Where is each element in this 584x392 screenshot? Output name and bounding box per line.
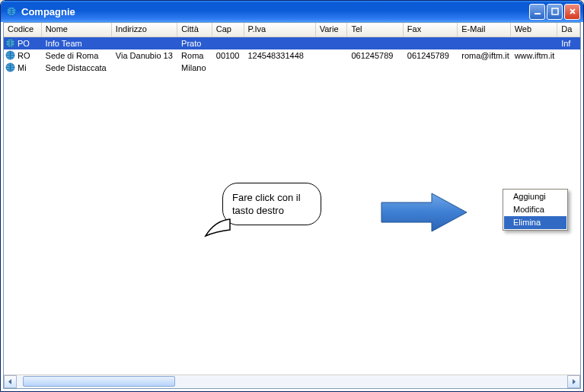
close-button[interactable] [564, 4, 580, 20]
scroll-track[interactable] [17, 375, 567, 388]
list-view[interactable]: CodiceNomeIndirizzoCittàCapP.IvaVarieTel… [4, 23, 580, 375]
context-menu-item[interactable]: Modifica [504, 203, 566, 216]
globe-icon [5, 38, 15, 49]
column-header[interactable]: Città [177, 23, 212, 37]
table-cell [511, 67, 558, 69]
column-header[interactable]: Tel [347, 23, 403, 37]
column-header[interactable]: Fax [404, 23, 458, 37]
table-cell: Info Team [42, 38, 112, 49]
callout-line: tasto destro [232, 204, 311, 217]
client-area: CodiceNomeIndirizzoCittàCapP.IvaVarieTel… [3, 22, 581, 389]
table-cell [511, 43, 558, 44]
table-cell: Mi [4, 62, 42, 74]
column-header[interactable]: Web [511, 23, 558, 37]
column-header[interactable]: Indirizzo [112, 23, 177, 37]
table-cell [316, 55, 348, 56]
table-cell: Sede di Roma [42, 50, 112, 61]
maximize-button[interactable] [547, 4, 563, 20]
table-cell [404, 43, 458, 44]
globe-icon [5, 50, 15, 62]
scroll-left-button[interactable] [4, 375, 17, 388]
svg-rect-2 [552, 8, 558, 14]
data-rows: POInfo TeamPratoInfROSede di RomaVia Dan… [4, 37, 580, 74]
table-cell [557, 55, 580, 56]
table-cell: Roma [177, 50, 212, 61]
svg-rect-1 [535, 13, 541, 14]
speech-bubble: Fare click con il tasto destro [222, 183, 321, 225]
globe-icon [5, 62, 15, 74]
table-cell [404, 67, 458, 69]
titlebar[interactable]: Compagnie [1, 1, 583, 22]
table-cell: PO [4, 38, 42, 49]
table-cell: Milano [177, 62, 212, 73]
scroll-right-button[interactable] [567, 375, 580, 388]
context-menu[interactable]: AggiungiModificaElimina [503, 189, 568, 231]
column-header[interactable]: Nome [42, 23, 112, 37]
table-cell: Prato [177, 38, 212, 49]
app-window: Compagnie CodiceNomeIndirizzoCittàCapP.I… [0, 0, 584, 392]
callout-line: Fare click con il [232, 191, 311, 204]
table-cell: roma@iftm.it [458, 50, 510, 61]
table-row[interactable]: MiSede DistaccataMilano [4, 62, 580, 74]
column-header-row: CodiceNomeIndirizzoCittàCapP.IvaVarieTel… [4, 23, 580, 37]
table-cell [244, 43, 315, 44]
arrow-icon [378, 190, 470, 234]
table-row[interactable]: POInfo TeamPratoInf [4, 37, 580, 49]
table-cell: 061245789 [347, 50, 403, 61]
table-cell [244, 67, 315, 69]
column-header[interactable]: Da [557, 23, 580, 37]
table-cell: Sede Distaccata [42, 62, 112, 73]
table-cell: 124548331448 [244, 50, 315, 61]
table-cell [316, 67, 348, 69]
horizontal-scrollbar[interactable] [4, 374, 580, 388]
table-cell: 061245789 [404, 50, 458, 61]
table-cell [112, 67, 177, 69]
table-cell [458, 43, 510, 44]
table-cell [458, 67, 510, 69]
table-cell: Inf [557, 38, 580, 49]
table-cell [347, 67, 403, 69]
column-header[interactable]: Varie [316, 23, 348, 37]
column-header[interactable]: E-Mail [458, 23, 510, 37]
table-cell: RO [4, 50, 42, 62]
minimize-button[interactable] [529, 4, 545, 20]
window-title: Compagnie [21, 6, 75, 18]
instruction-callout: Fare click con il tasto destro [222, 183, 321, 225]
context-menu-item[interactable]: Aggiungi [504, 190, 566, 203]
scroll-thumb[interactable] [23, 376, 175, 387]
table-cell: www.iftm.it [511, 50, 558, 61]
app-icon [5, 5, 18, 18]
column-header[interactable]: Cap [212, 23, 244, 37]
table-cell: 00100 [212, 50, 244, 61]
table-cell [112, 43, 177, 44]
table-cell [212, 43, 244, 44]
table-cell [212, 67, 244, 69]
table-cell [557, 67, 580, 69]
context-menu-item[interactable]: Elimina [504, 216, 566, 229]
column-header[interactable]: P.Iva [244, 23, 316, 37]
table-cell [316, 43, 348, 44]
table-cell: Via Danubio 13 [112, 50, 177, 61]
table-row[interactable]: ROSede di RomaVia Danubio 13Roma00100124… [4, 49, 580, 62]
column-header[interactable]: Codice [4, 23, 42, 37]
table-cell [347, 43, 403, 44]
